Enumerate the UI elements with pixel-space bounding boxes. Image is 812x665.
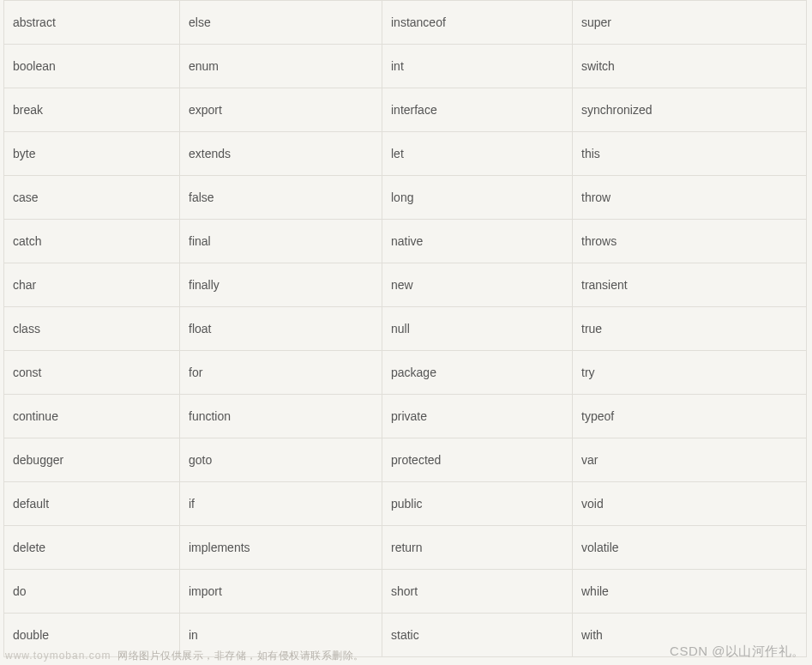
- table-row: doimportshortwhile: [4, 570, 807, 614]
- table-cell: try: [573, 351, 807, 395]
- table-cell: short: [382, 570, 573, 614]
- table-cell: import: [180, 570, 382, 614]
- table-cell: long: [382, 176, 573, 220]
- table-cell: for: [180, 351, 382, 395]
- table-cell: package: [382, 351, 573, 395]
- table-cell: true: [573, 307, 807, 351]
- table-cell: public: [382, 482, 573, 526]
- table-cell: float: [180, 307, 382, 351]
- table-cell: implements: [180, 526, 382, 570]
- table-cell: let: [382, 132, 573, 176]
- table-cell: throw: [573, 176, 807, 220]
- table-cell: synchronized: [573, 88, 807, 132]
- table-cell: delete: [4, 526, 180, 570]
- table-cell: var: [573, 438, 807, 482]
- table-cell: function: [180, 395, 382, 438]
- table-cell: continue: [4, 395, 180, 438]
- table-cell: goto: [180, 438, 382, 482]
- table-row: byteextendsletthis: [4, 132, 807, 176]
- table-row: defaultifpublicvoid: [4, 482, 807, 526]
- table-row: debuggergotoprotectedvar: [4, 438, 807, 482]
- table-cell: int: [382, 45, 573, 88]
- table-cell: case: [4, 176, 180, 220]
- table-cell: void: [573, 482, 807, 526]
- table-cell: volatile: [573, 526, 807, 570]
- table-cell: static: [382, 614, 573, 657]
- table-row: constforpackagetry: [4, 351, 807, 395]
- table-cell: private: [382, 395, 573, 438]
- table-row: continuefunctionprivatetypeof: [4, 395, 807, 438]
- table-cell: const: [4, 351, 180, 395]
- table-row: abstractelseinstanceofsuper: [4, 1, 807, 45]
- footer-text: 网络图片仅供展示，非存储，如有侵权请联系删除。: [117, 650, 364, 662]
- table-cell: catch: [4, 220, 180, 263]
- table-row: deleteimplementsreturnvolatile: [4, 526, 807, 570]
- table-cell: extends: [180, 132, 382, 176]
- table-cell: do: [4, 570, 180, 614]
- table-row: catchfinalnativethrows: [4, 220, 807, 263]
- table-cell: byte: [4, 132, 180, 176]
- footer-note: www.toymoban.com 网络图片仅供展示，非存储，如有侵权请联系删除。: [5, 649, 364, 663]
- table-cell: instanceof: [382, 1, 573, 45]
- table-cell: transient: [573, 263, 807, 307]
- table-cell: break: [4, 88, 180, 132]
- table-cell: switch: [573, 45, 807, 88]
- table-cell: return: [382, 526, 573, 570]
- table-cell: if: [180, 482, 382, 526]
- table-cell: super: [573, 1, 807, 45]
- table-cell: typeof: [573, 395, 807, 438]
- table-row: classfloatnulltrue: [4, 307, 807, 351]
- table-cell: class: [4, 307, 180, 351]
- table-cell: abstract: [4, 1, 180, 45]
- table-cell: interface: [382, 88, 573, 132]
- table-cell: default: [4, 482, 180, 526]
- watermark: CSDN @以山河作礼。: [670, 644, 805, 660]
- table-row: booleanenumintswitch: [4, 45, 807, 88]
- keywords-table: abstractelseinstanceofsuperbooleanenumin…: [3, 0, 807, 657]
- table-cell: boolean: [4, 45, 180, 88]
- table-row: breakexportinterfacesynchronized: [4, 88, 807, 132]
- table-cell: false: [180, 176, 382, 220]
- table-cell: finally: [180, 263, 382, 307]
- table-cell: protected: [382, 438, 573, 482]
- table-cell: while: [573, 570, 807, 614]
- table-cell: enum: [180, 45, 382, 88]
- table-cell: native: [382, 220, 573, 263]
- table-cell: debugger: [4, 438, 180, 482]
- table-cell: final: [180, 220, 382, 263]
- table-cell: export: [180, 88, 382, 132]
- table-cell: new: [382, 263, 573, 307]
- table-cell: null: [382, 307, 573, 351]
- footer-domain: www.toymoban.com: [5, 650, 111, 662]
- table-cell: throws: [573, 220, 807, 263]
- table-row: charfinallynewtransient: [4, 263, 807, 307]
- table-cell: else: [180, 1, 382, 45]
- table-cell: this: [573, 132, 807, 176]
- table-row: casefalselongthrow: [4, 176, 807, 220]
- table-cell: char: [4, 263, 180, 307]
